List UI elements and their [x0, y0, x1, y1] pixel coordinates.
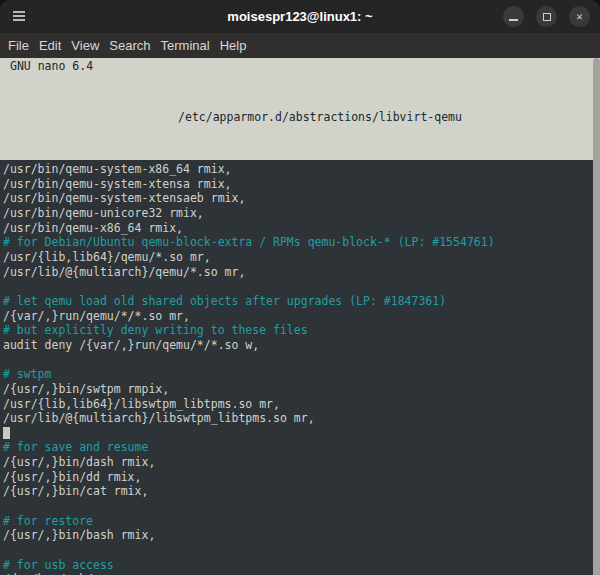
editor-line	[3, 543, 600, 558]
editor-line: /usr/bin/qemu-x86_64 rmix,	[3, 221, 600, 236]
editor-lines[interactable]: /usr/bin/qemu-system-x86_64 rmix,/usr/bi…	[0, 160, 600, 575]
nano-title-bar: GNU nano 6.4 /etc/apparmor.d/abstraction…	[0, 58, 600, 160]
menu-item-view[interactable]: View	[66, 35, 104, 56]
nano-version-label: GNU nano 6.4	[10, 58, 93, 75]
editor-line: /{usr/,}bin/bash rmix,	[3, 528, 600, 543]
editor-line: /usr/{lib,lib64}/libswtpm_libtpms.so mr,	[3, 397, 600, 412]
editor-line	[3, 426, 600, 441]
close-icon: ✕	[576, 11, 583, 22]
scrollbar[interactable]	[593, 58, 600, 575]
close-button[interactable]: ✕	[569, 6, 590, 27]
minimize-icon	[509, 19, 518, 21]
editor-line-comment: # for Debian/Ubuntu qemu-block-extra / R…	[3, 235, 600, 250]
editor-line: /usr/lib/@{multiarch}/qemu/*.so mr,	[3, 265, 600, 280]
editor-line: /{usr/,}bin/dash rmix,	[3, 455, 600, 470]
menu-item-file[interactable]: File	[3, 35, 34, 56]
terminal-window: moisespr123@linux1: ~ ✕ FileEditViewSear…	[0, 0, 600, 575]
window-title: moisespr123@linux1: ~	[227, 9, 372, 24]
menu-item-terminal[interactable]: Terminal	[156, 35, 215, 56]
minimize-button[interactable]	[503, 6, 524, 27]
hamburger-menu-icon[interactable]	[13, 11, 25, 21]
editor-line-comment: # swtpm	[3, 367, 600, 382]
editor-line: /usr/{lib,lib64}/qemu/*.so mr,	[3, 250, 600, 265]
nano-file-path: /etc/apparmor.d/abstractions/libvirt-qem…	[0, 109, 600, 126]
editor-line-comment: # for usb access	[3, 558, 600, 573]
editor-line: /{usr/,}bin/dd rmix,	[3, 470, 600, 485]
editor-line: /usr/bin/qemu-system-xtensa rmix,	[3, 177, 600, 192]
window-titlebar[interactable]: moisespr123@linux1: ~ ✕	[0, 0, 600, 33]
editor-line: /usr/bin/qemu-system-x86_64 rmix,	[3, 162, 600, 177]
editor-line: /usr/bin/qemu-unicore32 rmix,	[3, 206, 600, 221]
window-controls: ✕	[503, 6, 590, 27]
menu-item-search[interactable]: Search	[104, 35, 155, 56]
editor-line: audit deny /{var/,}run/qemu/*/*.so w,	[3, 338, 600, 353]
menu-bar: FileEditViewSearchTerminalHelp	[0, 33, 600, 58]
maximize-icon	[543, 13, 551, 21]
editor-line-comment: # for save and resume	[3, 440, 600, 455]
maximize-button[interactable]	[536, 6, 557, 27]
editor-line: /usr/bin/qemu-system-xtensaeb rmix,	[3, 191, 600, 206]
editor-line	[3, 353, 600, 368]
menu-item-edit[interactable]: Edit	[34, 35, 66, 56]
editor-line	[3, 279, 600, 294]
editor-line	[3, 499, 600, 514]
editor-line: /usr/lib/@{multiarch}/libswtpm_libtpms.s…	[3, 411, 600, 426]
editor-line-comment: # let qemu load old shared objects after…	[3, 294, 600, 309]
editor-line: /{usr/,}bin/cat rmix,	[3, 484, 600, 499]
text-cursor	[3, 427, 10, 439]
editor-line: /{var/,}run/qemu/*/*.so mr,	[3, 309, 600, 324]
editor-line: /{usr/,}bin/swtpm rmpix,	[3, 382, 600, 397]
menu-item-help[interactable]: Help	[215, 35, 252, 56]
terminal-screen: GNU nano 6.4 /etc/apparmor.d/abstraction…	[0, 58, 600, 575]
editor-line-comment: # for restore	[3, 514, 600, 529]
editor-line-comment: # but explicitly deny writing to these f…	[3, 323, 600, 338]
